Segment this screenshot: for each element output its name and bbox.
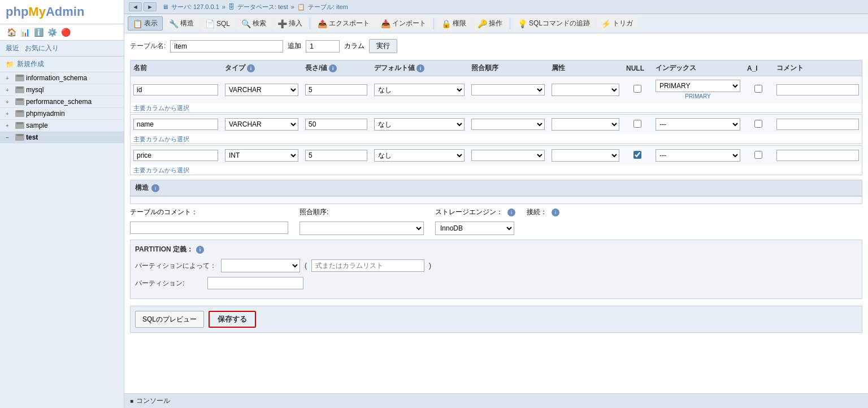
storage-info-icon[interactable]: i xyxy=(507,209,515,216)
header-null: NULL xyxy=(623,64,652,72)
field-null-checkbox[interactable] xyxy=(633,85,641,93)
add-columns-input[interactable] xyxy=(306,40,340,53)
partition-expr-input[interactable] xyxy=(311,259,424,272)
toolbar-insert-label: 挿入 xyxy=(289,19,302,28)
field-ai-checkbox[interactable] xyxy=(754,85,762,93)
field-length-input[interactable] xyxy=(305,84,367,96)
field-attributes-select[interactable] xyxy=(552,118,619,131)
back-button[interactable]: ◄ xyxy=(129,2,142,11)
field-index-select[interactable]: PRIMARY---UNIQUEINDEX xyxy=(656,80,740,92)
field-type-select[interactable]: INTVARCHARTEXT xyxy=(225,149,298,162)
toolbar-import-btn[interactable]: 📥 インポート xyxy=(376,16,431,31)
field-attributes-cell xyxy=(549,84,622,96)
field-comment-input[interactable] xyxy=(776,119,859,130)
field-comment-input[interactable] xyxy=(776,150,859,161)
collation-label: 照合順序: xyxy=(300,207,328,217)
collation-select[interactable] xyxy=(300,222,424,235)
logo-my: My xyxy=(28,5,46,19)
field-null-cell xyxy=(623,120,652,129)
sidebar-item-test[interactable]: – test xyxy=(0,132,124,144)
sidebar-item-sample[interactable]: + sample xyxy=(0,120,124,132)
sidebar-item-mysql[interactable]: + mysql xyxy=(0,84,124,96)
header-length: 長さ/値 i xyxy=(302,63,370,73)
export-icon: 📤 xyxy=(318,19,327,28)
toolbar-structure-btn[interactable]: 🔧 構造 xyxy=(164,16,199,31)
header-collation: 照合順序 xyxy=(468,63,548,73)
field-comment-input[interactable] xyxy=(776,84,859,96)
sidebar-item-performance-schema[interactable]: + performance_schema xyxy=(0,96,124,108)
field-index-select[interactable]: ---PRIMARYUNIQUEINDEX xyxy=(656,149,740,162)
primary-col-link[interactable]: 主要カラムから選択 xyxy=(131,166,862,175)
info-icon-sidebar[interactable]: ℹ️ xyxy=(33,27,44,38)
field-null-checkbox[interactable] xyxy=(633,151,641,159)
primary-badge: PRIMARY xyxy=(656,93,740,99)
breadcrumb-database[interactable]: データベース: test xyxy=(237,3,288,11)
partition-info-icon[interactable]: i xyxy=(196,246,204,254)
table-icon[interactable]: 📊 xyxy=(19,27,31,38)
sidebar-item-information-schema[interactable]: + information_schema xyxy=(0,72,124,84)
logo-admin: Admin xyxy=(46,5,84,19)
horizontal-scrollbar[interactable] xyxy=(130,196,862,204)
field-collation-select[interactable] xyxy=(471,150,545,161)
favorites-link[interactable]: お気に入り xyxy=(25,44,59,53)
field-ai-checkbox[interactable] xyxy=(754,120,762,128)
field-ai-checkbox[interactable] xyxy=(754,151,762,159)
partition-by-select[interactable] xyxy=(221,259,300,272)
type-info-icon[interactable]: i xyxy=(247,64,255,72)
display-icon: 📋 xyxy=(133,19,142,28)
table-name-input[interactable] xyxy=(170,40,283,53)
default-info-icon[interactable]: i xyxy=(416,64,424,72)
toolbar-insert-btn[interactable]: ➕ 挿入 xyxy=(272,16,307,31)
toolbar-tracking-btn[interactable]: 💡 SQLコマンドの追跡 xyxy=(513,16,595,31)
field-name-input[interactable] xyxy=(133,84,218,96)
partition-count-input[interactable] xyxy=(207,277,303,289)
storage-engine-select[interactable]: InnoDBMyISAMMEMORY xyxy=(435,222,514,235)
field-index-select[interactable]: ---PRIMARYUNIQUEINDEX xyxy=(656,118,740,131)
toolbar-sql-btn[interactable]: 📄 SQL xyxy=(200,17,235,31)
field-attributes-select[interactable] xyxy=(552,84,619,96)
sql-preview-button[interactable]: SQLのプレビュー xyxy=(135,311,204,328)
exit-icon[interactable]: 🔴 xyxy=(60,27,71,38)
field-default-select[interactable]: なしNULL xyxy=(374,84,465,96)
toolbar-operations-btn[interactable]: 🔑 操作 xyxy=(472,16,507,31)
home-icon[interactable]: 🏠 xyxy=(6,27,17,38)
toolbar-privileges-btn[interactable]: 🔒 権限 xyxy=(436,16,471,31)
execute-button[interactable]: 実行 xyxy=(369,39,397,53)
connection-info-icon[interactable]: i xyxy=(552,209,559,216)
breadcrumb-server[interactable]: サーバ: 127.0.0.1 xyxy=(171,3,219,11)
toolbar-export-btn[interactable]: 📤 エクスポート xyxy=(313,16,375,31)
field-type-select[interactable]: VARCHARINTTEXT xyxy=(225,84,298,96)
primary-col-link[interactable]: 主要カラムから選択 xyxy=(131,135,862,144)
field-length-input[interactable] xyxy=(305,150,367,161)
content-area: テーブル名: 追加 カラム 実行 名前 タイプ i 長さ/値 i xyxy=(124,33,868,393)
expand-icon: + xyxy=(6,75,14,81)
field-type-select[interactable]: VARCHARINTTEXT xyxy=(225,118,298,131)
field-default-select[interactable]: なしNULL xyxy=(374,118,465,131)
partition-section: PARTITION 定義： i パーティションによって： ( ) パーティション… xyxy=(130,240,862,299)
field-collation-select[interactable] xyxy=(471,84,545,96)
toolbar-search-btn[interactable]: 🔍 検索 xyxy=(236,16,271,31)
toolbar-display-btn[interactable]: 📋 表示 xyxy=(128,16,163,31)
console-bar[interactable]: ■ コンソール xyxy=(124,393,868,408)
field-name-input[interactable] xyxy=(133,150,218,161)
table-comment-input[interactable] xyxy=(130,222,288,234)
field-attributes-select[interactable] xyxy=(552,149,619,162)
settings-icon[interactable]: ⚙️ xyxy=(46,27,58,38)
header-ai: A_I xyxy=(744,64,772,72)
sidebar-item-phpmyadmin[interactable]: + phpmyadmin xyxy=(0,108,124,120)
field-name-input[interactable] xyxy=(133,119,218,130)
db-icon xyxy=(15,75,24,81)
primary-col-link[interactable]: 主要カラムから選択 xyxy=(131,104,862,112)
field-null-checkbox[interactable] xyxy=(633,120,641,128)
toolbar-sep-3 xyxy=(510,18,510,29)
forward-button[interactable]: ► xyxy=(144,2,157,11)
field-collation-select[interactable] xyxy=(471,119,545,130)
new-db-button[interactable]: 📁 新規作成 xyxy=(0,57,124,72)
field-default-select[interactable]: なしNULL xyxy=(374,149,465,162)
length-info-icon[interactable]: i xyxy=(329,64,337,72)
structure-info-icon[interactable]: i xyxy=(151,184,159,192)
toolbar-triggers-btn[interactable]: ⚡ トリガ xyxy=(596,16,638,31)
save-button[interactable]: 保存する xyxy=(209,311,256,328)
field-length-input[interactable] xyxy=(305,119,367,130)
recent-link[interactable]: 最近 xyxy=(6,44,19,53)
